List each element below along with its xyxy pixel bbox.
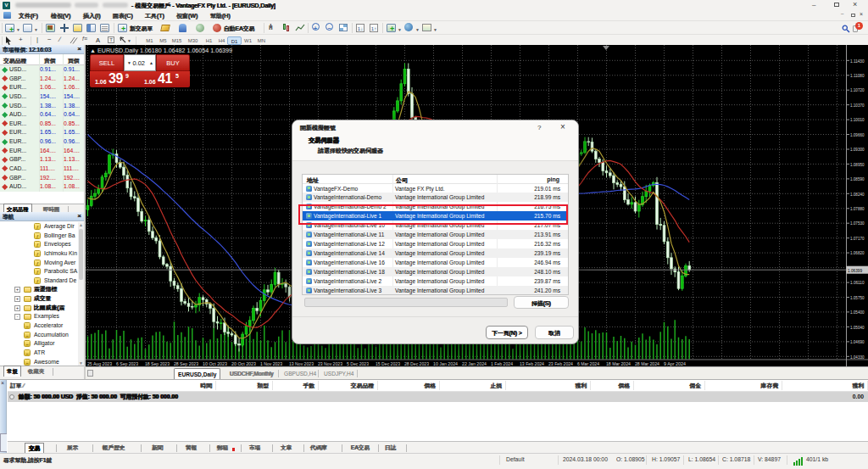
svg-text:1.11430: 1.11430 — [850, 58, 865, 64]
svg-text:1.06820: 1.06820 — [850, 249, 865, 255]
svg-text:1.04690: 1.04690 — [850, 338, 865, 344]
svg-text:1.10010: 1.10010 — [850, 116, 865, 122]
svg-text:1.08240: 1.08240 — [850, 191, 865, 197]
svg-text:1.08590: 1.08590 — [850, 176, 865, 181]
svg-text:1.05040: 1.05040 — [850, 324, 865, 330]
svg-text:1.07530: 1.07530 — [850, 220, 865, 226]
svg-text:1.05750: 1.05750 — [850, 294, 865, 300]
svg-text:1.05400: 1.05400 — [850, 309, 865, 315]
svg-text:1.09300: 1.09300 — [850, 146, 865, 152]
svg-text:1.06110: 1.06110 — [850, 279, 865, 285]
svg-text:1.08950: 1.08950 — [850, 161, 865, 167]
svg-text:▲ EURUSD,Daily 1.06180 1.0648: ▲ EURUSD,Daily 1.06180 1.06482 1.06054 1… — [90, 47, 232, 54]
svg-text:1.10370: 1.10370 — [850, 102, 865, 108]
svg-text:1.07170: 1.07170 — [850, 235, 865, 241]
svg-text:1.07880: 1.07880 — [850, 205, 865, 211]
svg-text:1.06399: 1.06399 — [848, 267, 862, 273]
svg-text:1.04330: 1.04330 — [850, 354, 865, 360]
svg-text:1.11080: 1.11080 — [850, 72, 865, 78]
svg-text:1.10720: 1.10720 — [850, 87, 865, 92]
svg-text:1.09660: 1.09660 — [850, 131, 865, 137]
